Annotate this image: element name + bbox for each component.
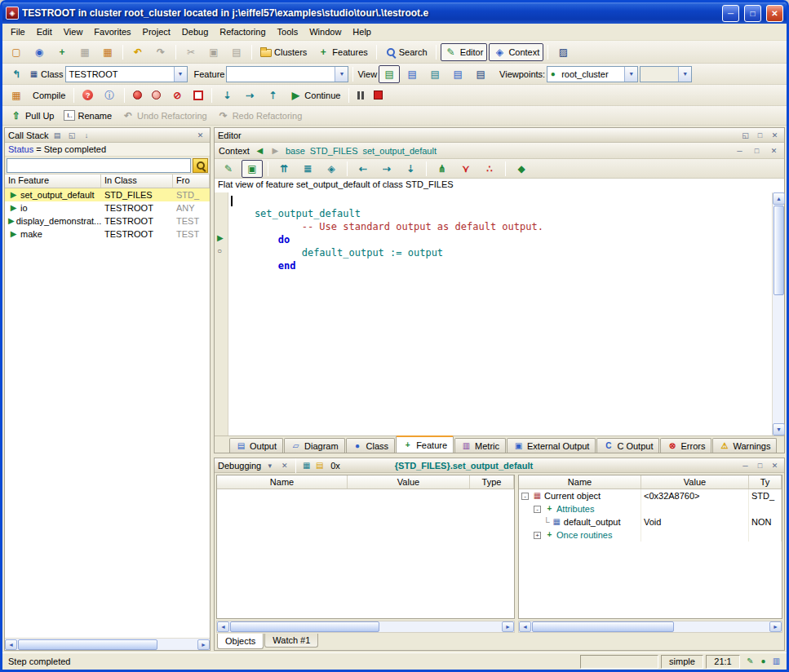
tool-menu-dropdown-icon[interactable]: ▾	[264, 460, 276, 471]
code-area[interactable]: ▶ ○ set_output_default -- Use standard o…	[215, 192, 784, 435]
scrollbar-thumb[interactable]	[532, 621, 674, 632]
scrollbar-track[interactable]	[773, 205, 784, 423]
tab-external-output[interactable]: ▣External Output	[507, 438, 596, 453]
view-contract-button[interactable]: ▤	[447, 65, 468, 83]
editor-header[interactable]: Editor ◱ □ ✕	[215, 128, 784, 143]
scrollbar-track[interactable]	[229, 621, 502, 632]
minimize-button[interactable]: ─	[722, 5, 739, 22]
scrollbar-thumb[interactable]	[230, 621, 379, 632]
call-stack-search-button[interactable]	[193, 158, 208, 173]
call-stack-header[interactable]: Call Stack ▤ ◱ ↓ ✕	[5, 128, 210, 143]
call-stack-row[interactable]: ▶io TESTROOT ANY	[5, 201, 210, 214]
grid-display-icon[interactable]: ▦	[301, 460, 312, 471]
scrollbar-track[interactable]	[17, 639, 197, 650]
close-icon[interactable]: ✕	[278, 460, 290, 471]
feature-combo[interactable]: ▼	[226, 66, 348, 82]
expand-expander[interactable]: +	[534, 532, 541, 539]
menu-file[interactable]: File	[5, 25, 31, 38]
hex-format-button[interactable]: 0x	[327, 459, 344, 471]
pause-button[interactable]	[353, 86, 368, 104]
call-stack-row[interactable]: ▶make TESTROOT TEST	[5, 228, 210, 241]
scroll-left-icon[interactable]: ◄	[217, 621, 229, 632]
tab-feature[interactable]: +Feature	[396, 435, 454, 453]
menu-favorites[interactable]: Favorites	[88, 25, 136, 38]
object-tree-row[interactable]: ++Once routines	[519, 528, 782, 542]
descendants-tree-button[interactable]: ⋎	[455, 160, 477, 178]
ignore-breakpoints-button[interactable]	[189, 86, 207, 104]
pull-up-button[interactable]: ⇧Pull Up	[6, 107, 58, 125]
ancestors-tree-button[interactable]: ⋔	[432, 160, 453, 178]
menu-refactoring[interactable]: Refactoring	[214, 25, 271, 38]
memory-usage-icon[interactable]: ▥	[771, 657, 782, 667]
vertical-scrollbar[interactable]: ▲ ▼	[772, 192, 784, 435]
tab-errors[interactable]: ⊗Errors	[660, 438, 711, 453]
menu-view[interactable]: View	[58, 25, 89, 38]
go-to-feature-button[interactable]: ◆	[511, 160, 532, 178]
scroll-right-icon[interactable]: ►	[502, 621, 514, 632]
menu-edit[interactable]: Edit	[31, 25, 58, 38]
enable-breakpoints-button[interactable]	[129, 86, 146, 104]
implementers-button[interactable]: ⇣	[400, 160, 421, 178]
close-button[interactable]: ✕	[766, 5, 783, 22]
column-value[interactable]: Value	[641, 475, 749, 489]
menu-help[interactable]: Help	[347, 25, 377, 38]
maximize-icon[interactable]: □	[754, 460, 766, 471]
debug-run-button[interactable]: ?	[78, 86, 97, 104]
undo-refactoring-button[interactable]: ↶Undo Refactoring	[117, 107, 211, 125]
column-type[interactable]: Ty	[749, 475, 782, 489]
breakpoint-slot-icon[interactable]: ○	[217, 246, 222, 256]
save-all-button[interactable]: ▦	[97, 43, 118, 61]
scroll-right-icon[interactable]: ►	[769, 621, 782, 632]
continue-button[interactable]: ▶Continue	[285, 86, 344, 104]
features-button[interactable]: +Features	[312, 43, 371, 61]
maximize-button[interactable]: □	[744, 5, 761, 22]
breadcrumb-feature[interactable]: set_output_default	[362, 146, 437, 156]
call-stack-row[interactable]: ▶display_demonstrat... TESTROOT TEST	[5, 214, 210, 228]
remove-breakpoints-button[interactable]: ⊘	[166, 86, 188, 104]
history-forward-icon[interactable]: ▶	[270, 145, 281, 156]
collapse-expander[interactable]: -	[534, 506, 541, 513]
step-over-button[interactable]: ⇢	[239, 86, 260, 104]
view-flat-button[interactable]: ▤	[424, 65, 445, 83]
object-tree-row[interactable]: -+Attributes	[519, 502, 782, 515]
open-in-new-editor-button[interactable]: ▣	[242, 160, 263, 178]
save-call-stack-icon[interactable]: ▤	[51, 130, 64, 141]
call-stack-filter-input[interactable]	[7, 158, 191, 173]
view-editor-button[interactable]: ▤	[379, 65, 400, 83]
edit-feature-button[interactable]: ✎	[218, 160, 239, 178]
tab-c-output[interactable]: CC Output	[596, 438, 659, 453]
open-button[interactable]: ◉	[29, 43, 50, 61]
disable-breakpoints-button[interactable]	[148, 86, 165, 104]
menu-tools[interactable]: Tools	[272, 25, 304, 38]
column-in-class[interactable]: In Class	[101, 175, 173, 188]
close-icon[interactable]: ✕	[768, 145, 780, 157]
callers-button[interactable]: ⇠	[352, 160, 374, 178]
contract-view-button[interactable]: ◈	[321, 160, 342, 178]
tab-diagram[interactable]: ▱Diagram	[284, 438, 345, 453]
search-button[interactable]: Search	[381, 43, 432, 61]
compile-button[interactable]: Compile	[29, 86, 69, 104]
close-icon[interactable]: ✕	[769, 130, 781, 141]
detach-tool-icon[interactable]: ◱	[66, 130, 78, 141]
tab-class[interactable]: ●Class	[346, 438, 396, 453]
tab-metric[interactable]: ▥Metric	[454, 438, 506, 453]
dropdown-arrow-icon[interactable]: ▼	[335, 67, 348, 82]
context-tool-button[interactable]: ◈Context	[489, 43, 543, 61]
tab-output[interactable]: ▤Output	[229, 438, 283, 453]
object-tree-row[interactable]: -▦Current object <0x32A8760> STD_	[519, 489, 782, 502]
class-combo[interactable]: TESTROOT ▼	[65, 66, 188, 82]
redo-button[interactable]: ↷	[150, 43, 171, 61]
stop-button[interactable]	[370, 86, 387, 104]
clusters-button[interactable]: Clusters	[256, 43, 311, 61]
ancestor-versions-button[interactable]: ⇈	[273, 160, 295, 178]
maximize-icon[interactable]: □	[754, 130, 766, 141]
rename-button[interactable]: I..Rename	[60, 107, 116, 125]
view-interface-button[interactable]: ▤	[470, 65, 491, 83]
scrollbar-thumb[interactable]	[773, 206, 784, 295]
menu-window[interactable]: Window	[304, 25, 347, 38]
debugging-header[interactable]: Debugging ▾ ✕ ▦ ▤ 0x {STD_FILES}.set_out…	[215, 458, 784, 473]
save-button[interactable]: ▦	[74, 43, 95, 61]
paste-button[interactable]: ▤	[226, 43, 247, 61]
viewpoints-combo[interactable]: ● root_cluster ▼	[547, 66, 638, 82]
callees-button[interactable]: ⇢	[376, 160, 397, 178]
